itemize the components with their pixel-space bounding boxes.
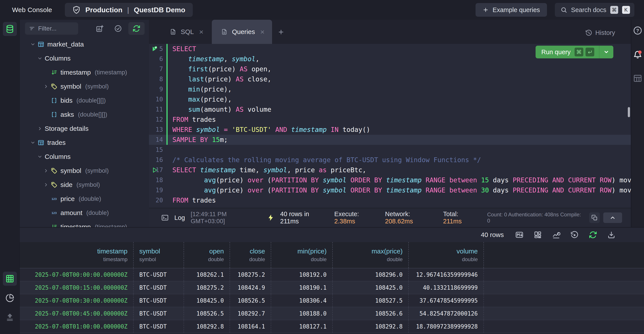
table-row[interactable]: 2025-07-08T00:15:00.000000ZBTC-USDT10827… [20, 281, 644, 294]
tree-item-trades[interactable]: trades [20, 136, 149, 150]
grid-layout-icon [534, 231, 542, 239]
column-header-open[interactable]: opendouble [184, 242, 230, 268]
column-header-symbol[interactable]: symbolsymbol [134, 242, 184, 268]
chart-button[interactable] [552, 231, 560, 239]
code-line[interactable]: 14SAMPLE BY 15m; [149, 135, 631, 145]
row-filler [484, 307, 644, 320]
column-name: timestamp [26, 248, 128, 255]
tree-item-price[interactable]: 123price(double) [20, 192, 149, 206]
tree-item-timestamp[interactable]: timestamp(timestamp) [20, 220, 149, 227]
code-line[interactable]: 13WHERE symbol = 'BTC-USDT' AND timestam… [149, 125, 631, 135]
tree-item-storage-details[interactable]: Storage details [20, 122, 149, 136]
code-line[interactable]: 18 avg(price) over (PARTITION BY symbol … [149, 175, 631, 185]
column-type: symbol [139, 256, 178, 262]
check-circle-button[interactable] [110, 22, 126, 35]
tree-item-market-data[interactable]: market_data [20, 37, 149, 51]
tree-item-symbol[interactable]: symbol(symbol) [20, 164, 149, 178]
cell-open: 108292.8 [184, 320, 230, 333]
database-button[interactable] [3, 22, 17, 36]
run-query-button[interactable]: Run query ⌘ [536, 46, 613, 58]
run-options-dropdown[interactable] [599, 46, 613, 58]
tree-item-side[interactable]: side(symbol) [20, 178, 149, 192]
tab-queries[interactable]: Queries× [212, 20, 272, 44]
help-button[interactable]: ? [633, 26, 642, 36]
tab-sql[interactable]: SQL× [149, 20, 212, 44]
cell-open: 108262.1 [184, 268, 230, 281]
search-docs-button[interactable]: Search docs ⌘ K [555, 3, 634, 17]
query-ran-marker-icon[interactable] [151, 45, 158, 52]
close-tab-icon[interactable]: × [198, 28, 204, 36]
filter-field[interactable] [25, 22, 78, 35]
history-clock-icon [585, 29, 592, 36]
code-line[interactable]: 12FROM trades [149, 115, 631, 125]
refresh-button[interactable] [128, 22, 144, 35]
code-line[interactable]: 11 sum(amount) AS volume [149, 104, 631, 115]
tree-item-label: side [60, 181, 72, 189]
copy-log-button[interactable] [589, 212, 600, 223]
sort-icon [51, 224, 60, 227]
grid-button[interactable] [3, 272, 17, 286]
filter-input[interactable] [38, 25, 69, 32]
tree-item-label: Columns [45, 153, 70, 160]
chevron-right-icon [43, 168, 51, 173]
grid-layout-button[interactable] [534, 231, 542, 239]
row-filler [484, 268, 644, 281]
line-number: 9 [149, 84, 166, 94]
collapse-log-button[interactable] [603, 212, 622, 223]
tree-item-label: Columns [45, 55, 70, 62]
code-line[interactable]: 17SELECT timestamp time, symbol, price a… [149, 165, 631, 175]
table-row[interactable]: 2025-07-08T01:00:00.000000ZBTC-USDT10829… [20, 320, 644, 333]
table-layout-button[interactable] [633, 74, 642, 84]
notifications-button[interactable] [633, 50, 642, 60]
help-icon: ? [633, 26, 642, 35]
tree-item-amount[interactable]: 123amount(double) [20, 206, 149, 220]
table-row[interactable]: 2025-07-08T00:00:00.000000ZBTC-USDT10826… [20, 268, 644, 281]
column-header-min-price-[interactable]: min(price)double [271, 242, 333, 268]
upload-icon [6, 313, 14, 322]
markdown-export-button[interactable] [515, 231, 524, 239]
upload-button[interactable] [3, 310, 17, 324]
cell-timestamp: 2025-07-08T00:30:00.000000Z [20, 294, 134, 307]
grid-icon [6, 274, 14, 283]
new-tab-button[interactable] [278, 26, 290, 38]
tree-item-timestamp[interactable]: timestamp(timestamp) [20, 65, 149, 79]
table-row[interactable]: 2025-07-08T00:30:00.000000ZBTC-USDT10842… [20, 294, 644, 307]
code-line[interactable]: 10 max(price), [149, 94, 631, 104]
refresh-icon [132, 25, 140, 33]
table-row[interactable]: 2025-07-08T00:45:00.000000ZBTC-USDT10852… [20, 307, 644, 320]
code-line[interactable]: 7 first(price) AS open, [149, 64, 631, 74]
example-queries-button[interactable]: Example queries [476, 3, 547, 17]
pie-chart-button[interactable] [3, 291, 17, 305]
tree-item-columns[interactable]: Columns [20, 51, 149, 65]
tree-item-type: (symbol) [85, 83, 109, 90]
code-line[interactable]: 20FROM trades [149, 195, 631, 205]
tree-item-asks[interactable]: asks(double[][]) [20, 107, 149, 122]
tag-icon [51, 182, 60, 188]
tree-item-type: (timestamp) [95, 69, 127, 76]
code-line[interactable]: 8 last(price) AS close, [149, 74, 631, 84]
code-line[interactable]: 19 avg(price) over (PARTITION BY symbol … [149, 185, 631, 195]
tree-item-bids[interactable]: bids(double[][]) [20, 93, 149, 107]
download-button[interactable] [607, 231, 616, 239]
top-bar: Web Console Production | QuestDB Demo Ex… [0, 0, 644, 20]
code-line[interactable]: 16/* Calculates the rolling moving avera… [149, 155, 631, 165]
column-header-timestamp[interactable]: timestamptimestamp [20, 242, 134, 268]
instance-selector[interactable]: Production | QuestDB Demo [65, 3, 193, 17]
editor-scrollbar[interactable] [628, 107, 630, 117]
code-line[interactable]: 15 [149, 145, 631, 155]
tree-item-symbol[interactable]: symbol(symbol) [20, 79, 149, 93]
tree-item-columns[interactable]: Columns [20, 150, 149, 164]
add-chart-button[interactable] [92, 22, 108, 35]
code-line[interactable]: 9 min(price), [149, 84, 631, 94]
sql-editor[interactable]: 5SELECT6 timestamp, symbol,7 first(price… [149, 44, 631, 208]
run-line-marker-icon[interactable] [151, 166, 158, 174]
column-header-close[interactable]: closedouble [230, 242, 271, 268]
close-tab-icon[interactable]: × [259, 28, 266, 36]
history-button[interactable]: History [585, 29, 615, 36]
code-line-text: SELECT [168, 44, 196, 54]
restore-button[interactable] [570, 231, 579, 239]
column-header-volume[interactable]: volumedouble [409, 242, 484, 268]
column-header-max-price-[interactable]: max(price)double [333, 242, 409, 268]
chart-icon [552, 231, 560, 239]
refresh-button[interactable] [589, 231, 597, 239]
